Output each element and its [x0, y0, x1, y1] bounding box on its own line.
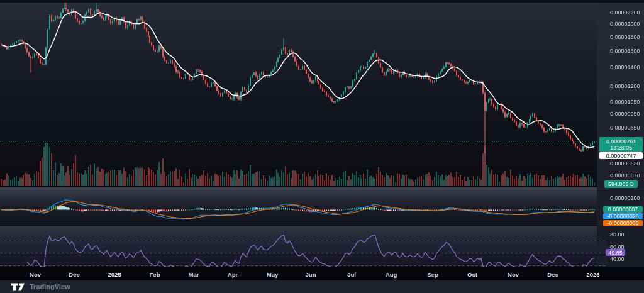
- time-axis-label: Mar: [189, 271, 199, 278]
- price-axis-label: 0.00001800: [610, 34, 640, 40]
- tradingview-chart-window: 0.000022000.000020000.000018000.00001600…: [0, 0, 644, 293]
- time-axis-label: 2025: [108, 271, 121, 278]
- price-axis-label: 0.00001400: [610, 64, 640, 70]
- bar-countdown: 13:28:05: [610, 145, 632, 151]
- tradingview-logo-icon[interactable]: [11, 283, 25, 291]
- time-axis-label: Jul: [347, 271, 356, 278]
- price-axis-label: 0.00001600: [610, 48, 640, 54]
- time-axis[interactable]: NovDec2025FebMarAprMayJunJulAugSepOctNov…: [0, 267, 644, 280]
- brand-name: TradingView: [30, 283, 70, 290]
- price-axis-label: 0.00001050: [610, 99, 640, 105]
- time-axis-label: Nov: [30, 271, 41, 278]
- rsi-axis-label: 80.00: [610, 231, 625, 238]
- time-axis-label: Oct: [467, 271, 477, 278]
- footer-bar: TradingView: [0, 280, 644, 293]
- time-axis-label: Nov: [508, 271, 519, 278]
- price-axis-label: 0.00000570: [610, 172, 640, 179]
- price-axis-label: 0.00000630: [610, 160, 640, 167]
- time-axis-label: Dec: [69, 271, 79, 278]
- macd-signal-badge: -0.00000033: [603, 220, 643, 226]
- time-axis-label: Jun: [306, 271, 316, 278]
- macd-histogram-badge: 0.00000007: [603, 206, 643, 213]
- chart-canvas[interactable]: [0, 0, 644, 267]
- macd-axis-label: 0.00000200: [610, 195, 640, 201]
- time-axis-label: Sep: [427, 271, 438, 278]
- rsi-badge: 49.85: [606, 249, 625, 256]
- price-axis-label: 0.00000850: [610, 124, 640, 131]
- last-price-value: 0.00000761: [606, 138, 636, 145]
- macd-line-badge: -0.00000026: [603, 213, 643, 219]
- last-price-badge: 0.00000761 13:28:05: [599, 137, 643, 152]
- prev-close-badge: 0.00000747: [599, 152, 643, 159]
- rsi-axis-label: 40.00: [610, 256, 625, 262]
- time-axis-label: Apr: [228, 271, 238, 278]
- price-axis-label: 0.00000950: [610, 111, 640, 117]
- price-axis-label: 0.00002200: [610, 9, 640, 16]
- time-axis-label: Dec: [547, 271, 558, 278]
- price-axis-label: 0.00001200: [610, 83, 640, 89]
- time-axis-label: May: [267, 271, 278, 278]
- time-axis-label: Feb: [150, 271, 160, 278]
- time-axis-label: 2026: [586, 271, 599, 278]
- volume-badge: 594.005 B: [604, 180, 638, 188]
- price-axis-label: 0.00002000: [610, 21, 640, 27]
- time-axis-label: Aug: [386, 271, 397, 278]
